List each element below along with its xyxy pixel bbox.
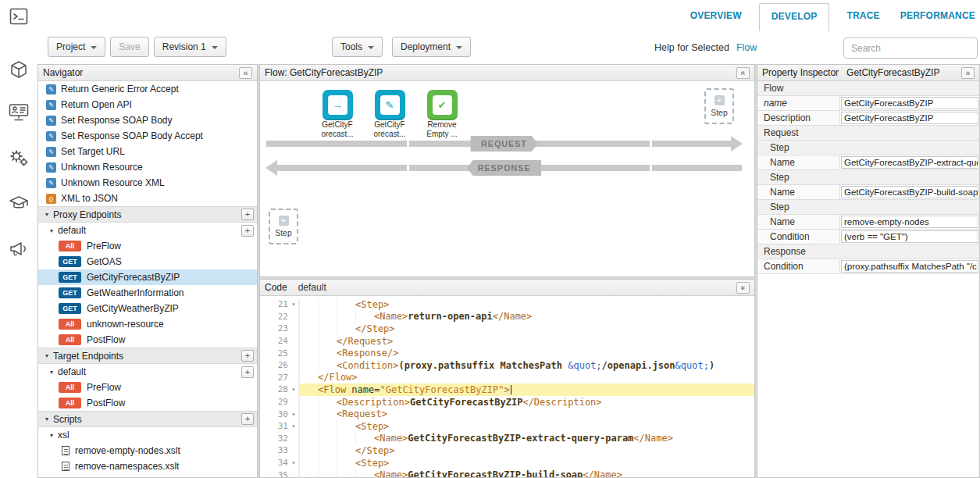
code-line[interactable]: 35<Name>GetCityForecastByZIP-build-soap<… — [260, 469, 754, 477]
fold-arrow-icon[interactable]: ▾ — [290, 301, 298, 308]
indent-guide — [299, 347, 318, 359]
code-line[interactable]: 29<Description>GetCityForecastByZIP</Des… — [260, 396, 754, 408]
code-line[interactable]: 24</Request> — [260, 335, 754, 348]
code-line[interactable]: 31▾<Step> — [260, 420, 754, 433]
code-line[interactable]: 23</Step> — [260, 323, 754, 335]
property-label: Condition — [757, 230, 840, 244]
code-line[interactable]: 30▾<Request> — [260, 408, 754, 420]
code-file-tab[interactable]: default — [298, 282, 326, 293]
save-button[interactable]: Save — [110, 37, 148, 57]
navigator-subsection-default[interactable]: ▾default+ — [38, 223, 257, 238]
navigator-flow-item-getcityforecastbyzip[interactable]: GETGetCityForecastByZIP — [38, 269, 257, 285]
section-label: Target Endpoints — [53, 351, 123, 362]
navigator-flow-item-unknown-resource[interactable]: Allunknown-resource — [38, 316, 257, 332]
property-value[interactable]: remove-empty-nodes — [841, 216, 978, 228]
tab-overview[interactable]: OVERVIEW — [680, 10, 752, 31]
presentation-icon[interactable] — [9, 103, 29, 122]
property-value[interactable]: GetCityForecastByZIP-extract-query-param — [841, 156, 978, 169]
code-line[interactable]: 26<Condition>(proxy.pathsuffix MatchesPa… — [260, 359, 754, 372]
navigator-policy-item[interactable]: ✎Set Response SOAP Body Accept — [38, 128, 257, 144]
code-line[interactable]: 27</Flow> — [260, 372, 754, 384]
left-icon-rail — [0, 0, 37, 478]
collapse-up-icon[interactable]: « — [736, 67, 750, 79]
line-number-gutter: 29 — [260, 396, 299, 408]
code-line[interactable]: 22<Name>return-open-api</Name> — [260, 311, 754, 323]
code-line[interactable]: 25<Response/> — [260, 347, 754, 359]
code-text: <Response/> — [337, 348, 398, 358]
all-badge: All — [59, 319, 81, 330]
navigator-section-scripts[interactable]: ▾Scripts+ — [38, 411, 257, 427]
flow-step[interactable]: ✔RemoveEmpty ... — [421, 90, 463, 138]
navigator-flow-item-getoas[interactable]: GETGetOAS — [38, 254, 257, 269]
indent-guide — [355, 311, 374, 323]
navigator-subsection-default[interactable]: ▾default+ — [38, 364, 257, 380]
navigator-policy-item[interactable]: ✎Set Response SOAP Body — [38, 112, 257, 128]
fold-arrow-icon[interactable]: ▾ — [290, 459, 298, 466]
fold-arrow-icon[interactable]: ▾ — [290, 386, 298, 393]
add-button[interactable]: + — [241, 225, 254, 237]
tab-trace[interactable]: TRACE — [836, 10, 889, 31]
line-number-gutter: 32 — [260, 433, 299, 445]
navigator-policy-item[interactable]: ✎Unknown Resource — [38, 159, 257, 175]
navigator-flow-item-preflow[interactable]: AllPreFlow — [38, 238, 257, 254]
add-button[interactable]: + — [241, 209, 254, 220]
flow-step[interactable]: ✎GetCityForecast... — [369, 90, 411, 138]
add-button[interactable]: + — [241, 366, 254, 378]
navigator-file-item[interactable]: remove-namespaces.xslt — [38, 458, 257, 474]
add-button[interactable]: + — [241, 413, 254, 425]
tools-menu-button[interactable]: Tools — [332, 37, 383, 57]
property-value[interactable]: GetCityForecastByZIP — [841, 97, 978, 109]
gears-icon[interactable] — [9, 148, 29, 167]
navigator-flow-item-getweatherinformation[interactable]: GETGetWeatherInformation — [38, 285, 257, 301]
line-number: 25 — [278, 348, 288, 358]
chevron-down-icon — [456, 46, 462, 49]
code-editor[interactable]: 21▾<Step>22<Name>return-open-api</Name>2… — [260, 296, 754, 477]
navigator-flow-item-getcityweatherbyzip[interactable]: GETGetCityWeatherByZIP — [38, 301, 257, 316]
collapse-left-icon[interactable]: « — [239, 67, 252, 79]
fold-arrow-icon[interactable]: ▾ — [290, 411, 298, 418]
property-value[interactable]: GetCityForecastByZIP — [841, 112, 978, 124]
collapse-right-icon[interactable]: » — [961, 67, 975, 79]
navigator-policy-item[interactable]: ✎Return Open API — [38, 97, 257, 112]
code-line[interactable]: 34▾<Step> — [260, 457, 754, 469]
add-step-button-bottom[interactable]: + Step — [269, 209, 298, 244]
navigator-subsection-xsl[interactable]: ▾xsl — [38, 427, 257, 443]
code-line[interactable]: 21▾<Step> — [260, 298, 754, 311]
code-line[interactable]: 32<Name>GetCityForecastByZIP-extract-que… — [260, 433, 754, 445]
code-line[interactable]: 28▾<Flow name="GetCityForecastByZIP"> — [260, 383, 754, 396]
graduation-cap-icon[interactable] — [9, 194, 29, 212]
section-label: Scripts — [53, 414, 82, 425]
tab-develop[interactable]: DEVELOP — [759, 3, 830, 31]
add-button[interactable]: + — [241, 350, 254, 362]
project-menu-button[interactable]: Project — [48, 37, 105, 57]
navigator-flow-item-postflow[interactable]: AllPostFlow — [38, 332, 257, 348]
collapse-down-icon[interactable]: » — [736, 282, 750, 294]
navigator-policy-item[interactable]: {}XML to JSON — [38, 191, 257, 206]
revision-menu-button[interactable]: Revision 1 — [154, 37, 226, 57]
navigator-section-target-endpoints[interactable]: ▾Target Endpoints+ — [38, 348, 257, 364]
tab-performance[interactable]: PERFORMANCE — [890, 10, 980, 31]
code-text: </Step> — [355, 445, 395, 456]
navigator-section-proxy-endpoints[interactable]: ▾Proxy Endpoints+ — [38, 206, 257, 223]
navigator-file-item[interactable]: remove-empty-nodes.xslt — [38, 443, 257, 458]
property-value[interactable]: GetCityForecastByZIP-build-soap — [841, 186, 978, 198]
revision-label: Revision 1 — [162, 41, 206, 52]
property-value[interactable]: (proxy.pathsuffix MatchesPath "/c — [841, 260, 978, 273]
navigator-flow-item-preflow[interactable]: AllPreFlow — [38, 380, 257, 395]
navigator-policy-item[interactable]: ✎Set Target URL — [38, 144, 257, 159]
fold-arrow-icon[interactable]: ▾ — [290, 423, 298, 430]
file-label: remove-empty-nodes.xslt — [75, 445, 180, 456]
search-input[interactable] — [843, 37, 978, 59]
help-flow-link[interactable]: Flow — [736, 42, 757, 53]
terminal-icon[interactable] — [9, 7, 28, 26]
add-step-button-top[interactable]: + Step — [704, 88, 734, 124]
code-line[interactable]: 33</Step> — [260, 444, 754, 457]
navigator-policy-item[interactable]: ✎Unknown Resource XML — [38, 175, 257, 191]
megaphone-icon[interactable] — [9, 239, 29, 258]
package-icon[interactable] — [9, 60, 28, 79]
property-value[interactable]: (verb == "GET") — [841, 230, 978, 243]
navigator-policy-item[interactable]: ✎Return Generic Error Accept — [38, 81, 257, 97]
navigator-flow-item-postflow[interactable]: AllPostFlow — [38, 395, 257, 411]
flow-step[interactable]: →GetCityForecast... — [316, 90, 358, 138]
deployment-menu-button[interactable]: Deployment — [392, 37, 471, 57]
